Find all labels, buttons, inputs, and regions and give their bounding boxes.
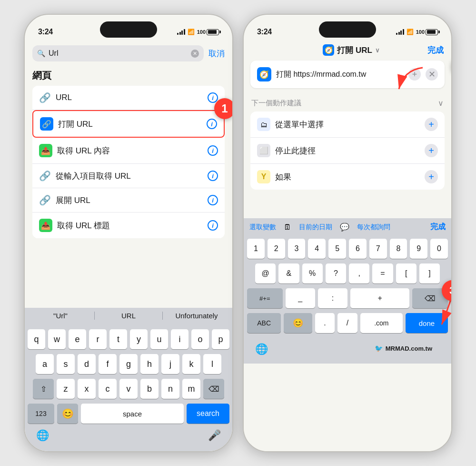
key-at[interactable]: @ xyxy=(255,263,276,284)
action-item-get-url-content[interactable]: 📤 取得 URL 內容 i xyxy=(32,138,225,164)
key-amp[interactable]: & xyxy=(278,263,299,284)
key-space[interactable]: space xyxy=(81,404,184,424)
key-m[interactable]: m xyxy=(182,379,200,399)
search-clear-btn[interactable]: ✕ xyxy=(191,50,199,58)
key-n[interactable]: n xyxy=(161,379,179,399)
action-item-open-url[interactable]: 🔗 打開 URL i xyxy=(32,110,225,138)
key-b[interactable]: b xyxy=(140,379,159,399)
get-url-title-info-btn[interactable]: i xyxy=(208,220,218,231)
key-shift[interactable]: ⇧ xyxy=(33,379,54,399)
phone-1: 3:24 📶 100 🔍 Url ✕ 取消 xyxy=(24,14,233,452)
suggestion-item-stop[interactable]: ⬜ 停止此捷徑 + xyxy=(250,138,445,164)
key-u[interactable]: u xyxy=(150,329,168,349)
key-h[interactable]: h xyxy=(140,354,159,374)
key-emoji2[interactable]: 😊 xyxy=(284,313,312,333)
key-s[interactable]: s xyxy=(57,354,75,374)
key-rbracket[interactable]: ] xyxy=(419,263,440,284)
search-input-text[interactable]: Url xyxy=(49,49,188,58)
search-input-box[interactable]: 🔍 Url ✕ xyxy=(32,45,204,61)
key-c[interactable]: c xyxy=(99,379,117,399)
key-j[interactable]: j xyxy=(161,354,179,374)
action-item-get-url-title[interactable]: 📤 取得 URL 標題 i xyxy=(32,213,225,238)
key-123[interactable]: 123 xyxy=(28,404,54,424)
header-done-btn[interactable]: 完成 xyxy=(427,45,444,56)
key-f[interactable]: f xyxy=(99,354,117,374)
action-card-text[interactable]: 打開 https://mrmad.com.tw xyxy=(276,70,404,80)
key-1[interactable]: 1 xyxy=(247,239,265,259)
cancel-button[interactable]: 取消 xyxy=(208,48,225,59)
key-a[interactable]: a xyxy=(36,354,54,374)
key-5[interactable]: 5 xyxy=(328,239,346,259)
key-0[interactable]: 0 xyxy=(430,239,448,259)
key-dotcom[interactable]: .com xyxy=(360,313,403,333)
key-more-symbols[interactable]: #+= xyxy=(247,288,283,308)
toolbar-done-btn[interactable]: 完成 xyxy=(430,222,446,232)
key-plus[interactable]: + xyxy=(350,288,409,308)
key-8[interactable]: 8 xyxy=(390,239,407,259)
key-w[interactable]: w xyxy=(48,329,66,349)
action-item-get-url-from-input[interactable]: 🔗 從輸入項目取得 URL i xyxy=(32,164,225,188)
suggestion-menu-add[interactable]: + xyxy=(425,118,438,131)
key-p[interactable]: p xyxy=(212,329,229,349)
suggestion-if-add[interactable]: + xyxy=(425,170,438,183)
action-item-expand-url[interactable]: 🔗 展開 URL i xyxy=(32,188,225,213)
key-question[interactable]: ? xyxy=(326,263,346,284)
key-delete[interactable]: ⌫ xyxy=(203,379,224,399)
key-i[interactable]: i xyxy=(171,329,188,349)
section-label: 網頁 xyxy=(25,67,232,86)
key-underscore[interactable]: _ xyxy=(286,288,315,308)
key-4[interactable]: 4 xyxy=(308,239,326,259)
key-emoji[interactable]: 😊 xyxy=(57,404,78,424)
key-period[interactable]: . xyxy=(315,313,335,333)
key-v[interactable]: v xyxy=(119,379,138,399)
key-x[interactable]: x xyxy=(78,379,96,399)
key-comma[interactable]: , xyxy=(349,263,369,284)
toolbar-date[interactable]: 目前的日期 xyxy=(299,223,332,232)
key-q[interactable]: q xyxy=(28,329,45,349)
key-pct[interactable]: % xyxy=(302,263,323,284)
key-6[interactable]: 6 xyxy=(349,239,367,259)
mic-icon-1[interactable]: 🎤 xyxy=(208,429,221,442)
key-abc[interactable]: ABC xyxy=(247,313,281,333)
autocomplete-url-lower[interactable]: "Url" xyxy=(27,309,94,323)
key-z[interactable]: z xyxy=(57,379,75,399)
open-url-info-btn[interactable]: i xyxy=(207,119,217,129)
autocomplete-url-upper[interactable]: URL xyxy=(95,309,162,323)
key-t[interactable]: t xyxy=(109,329,127,349)
key-y[interactable]: y xyxy=(130,329,148,349)
toolbar-ask[interactable]: 每次都詢問 xyxy=(357,223,390,232)
key-l[interactable]: l xyxy=(203,354,221,374)
key-colon[interactable]: : xyxy=(318,288,347,308)
key-d[interactable]: d xyxy=(78,354,96,374)
key-k[interactable]: k xyxy=(182,354,200,374)
key-slash[interactable]: / xyxy=(337,313,357,333)
autocomplete-unfortunately[interactable]: Unfortunately xyxy=(163,309,230,323)
key-o[interactable]: o xyxy=(191,329,209,349)
get-url-content-info-btn[interactable]: i xyxy=(208,145,218,156)
expand-url-info-btn[interactable]: i xyxy=(208,195,218,205)
key-r[interactable]: r xyxy=(89,329,107,349)
search-button[interactable]: search xyxy=(187,404,229,424)
suggestion-if-label: 如果 xyxy=(275,172,420,182)
toolbar-separator1: 🗓 xyxy=(284,223,291,232)
key-7[interactable]: 7 xyxy=(369,239,387,259)
suggestion-item-if[interactable]: Y 如果 + xyxy=(250,164,445,190)
globe-icon-2[interactable]: 🌐 xyxy=(255,343,268,355)
globe-icon-1[interactable]: 🌐 xyxy=(36,429,49,442)
key-lbracket[interactable]: [ xyxy=(396,263,416,284)
suggestion-item-menu[interactable]: 🗂 從選單中選擇 + xyxy=(250,111,445,138)
key-2[interactable]: 2 xyxy=(268,239,285,259)
status-icons-1: 📶 100 xyxy=(177,29,219,35)
header-title-area[interactable]: 🧭 打開 URL ∨ xyxy=(323,44,380,56)
key-row-4: 123 😊 space search xyxy=(28,404,229,424)
action-item-url[interactable]: 🔗 URL i xyxy=(32,86,225,110)
key-9[interactable]: 9 xyxy=(410,239,427,259)
key-e[interactable]: e xyxy=(69,329,86,349)
suggestion-stop-add[interactable]: + xyxy=(425,144,438,157)
toolbar-variables[interactable]: 選取變數 xyxy=(249,223,276,232)
wifi-icon-1: 📶 xyxy=(188,29,195,35)
key-equals[interactable]: = xyxy=(372,263,393,284)
key-g[interactable]: g xyxy=(119,354,138,374)
get-url-input-info-btn[interactable]: i xyxy=(208,171,218,181)
key-3[interactable]: 3 xyxy=(288,239,306,259)
